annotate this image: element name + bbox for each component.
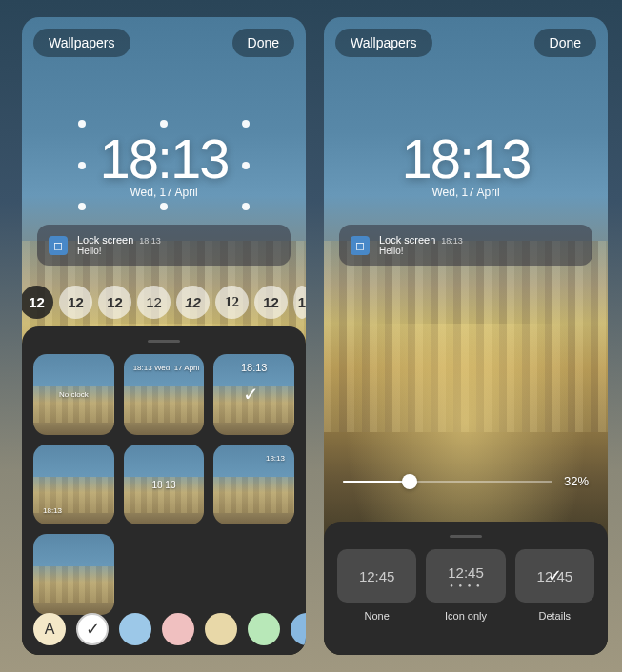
noti-style-none[interactable]: 12:45 None (337, 549, 416, 622)
notification-app-icon: ◻ (49, 236, 68, 255)
noti-style-label: Icon only (445, 610, 487, 622)
color-option-white[interactable]: ✓ (76, 613, 109, 645)
layout-label: 18:13 (266, 454, 285, 463)
font-option[interactable]: 12 (22, 286, 53, 319)
font-option[interactable]: 12 (176, 286, 210, 319)
noti-preview: 12:45 ● ● ● ● (426, 549, 505, 603)
panel-drag-handle[interactable] (148, 340, 180, 343)
handle-right-center[interactable] (242, 162, 250, 169)
notification-text: Hello! (77, 246, 279, 256)
layout-option[interactable]: 18:13 (213, 445, 294, 525)
noti-style-icon-only[interactable]: 12:45 ● ● ● ● Icon only (426, 549, 505, 622)
layout-label: 18:13 (43, 506, 62, 515)
slider-fill (343, 481, 410, 483)
notification-style-panel: 12:45 None 12:45 ● ● ● ● Icon only 12:45… (324, 522, 608, 655)
clock-date: Wed, 17 April (324, 186, 608, 199)
notification-time: 18:13 (441, 236, 463, 246)
notification-body: Lock screen18:13 Hello! (379, 234, 581, 256)
handle-left-center[interactable] (78, 162, 86, 169)
lockscreen-clock: 18:13 Wed, 17 April (324, 127, 608, 199)
layout-option[interactable]: 18:13 (33, 445, 114, 525)
layout-option[interactable]: 18:13 Wed, 17 April (124, 354, 205, 435)
noti-preview: 12:45 (337, 549, 416, 603)
noti-preview-time: 12:45 (448, 564, 484, 581)
wallpapers-button[interactable]: Wallpapers (33, 29, 130, 57)
check-icon: ✓ (548, 565, 562, 586)
color-option-blue2[interactable] (291, 613, 306, 645)
done-button[interactable]: Done (534, 29, 596, 57)
clock-font-strip[interactable]: 12 12 12 12 12 12 12 1 (22, 286, 306, 319)
clock-layout-grid: No clock 18:13 Wed, 17 April 18:13✓ 18:1… (33, 354, 294, 615)
handle-top-left[interactable] (78, 120, 86, 128)
layout-label: 18:13 (241, 362, 268, 373)
notification-app-icon: ◻ (351, 236, 370, 255)
layout-option[interactable]: 18:13✓ (213, 354, 294, 435)
handle-bottom-right[interactable] (242, 203, 250, 210)
notification-card[interactable]: ◻ Lock screen18:13 Hello! (339, 225, 592, 266)
handle-top-center[interactable] (160, 120, 168, 128)
noti-style-label: None (365, 610, 390, 622)
font-option[interactable]: 12 (98, 286, 131, 319)
noti-preview: 12:45 ✓ (515, 549, 594, 603)
layout-option[interactable]: No clock (33, 354, 114, 435)
notification-app-name: Lock screen (77, 234, 133, 246)
font-option[interactable]: 12 (215, 286, 249, 319)
layout-option[interactable] (33, 534, 114, 615)
phone-left-preview: Wallpapers Done 18:13 Wed, 17 April ◻ Lo… (22, 17, 306, 655)
panel-drag-handle[interactable] (450, 535, 482, 538)
clock-resize-handles[interactable] (78, 120, 250, 210)
slider-value: 32% (564, 474, 589, 488)
font-option[interactable]: 1 (293, 286, 306, 319)
topbar: Wallpapers Done (335, 29, 596, 57)
color-option-blue[interactable] (119, 613, 151, 645)
notification-text: Hello! (379, 246, 581, 256)
notification-body: Lock screen18:13 Hello! (77, 234, 279, 256)
font-option[interactable]: 12 (59, 286, 92, 319)
color-option-green[interactable] (248, 613, 280, 645)
clock-time: 18:13 (324, 127, 608, 190)
handle-top-right[interactable] (242, 120, 250, 128)
layout-label: No clock (59, 390, 89, 399)
notification-app-name: Lock screen (379, 234, 435, 246)
color-option-pink[interactable] (162, 613, 194, 645)
layout-option[interactable]: 18 13 (124, 445, 205, 525)
noti-preview-time: 12:45 (359, 568, 395, 584)
noti-style-details[interactable]: 12:45 ✓ Details (515, 549, 594, 622)
font-option[interactable]: 12 (254, 286, 288, 319)
notification-card[interactable]: ◻ Lock screen18:13 Hello! (37, 225, 291, 266)
topbar: Wallpapers Done (33, 29, 294, 57)
opacity-slider[interactable]: 32% (343, 474, 589, 488)
notification-time: 18:13 (139, 236, 161, 246)
noti-preview-icons: ● ● ● ● (450, 583, 482, 588)
phone-right-preview: Wallpapers Done 18:13 Wed, 17 April ◻ Lo… (324, 17, 608, 655)
color-option-tan[interactable] (205, 613, 237, 645)
font-option[interactable]: 12 (137, 286, 171, 319)
notification-style-row: 12:45 None 12:45 ● ● ● ● Icon only 12:45… (337, 549, 594, 622)
check-icon: ✓ (243, 383, 266, 405)
handle-bottom-center[interactable] (160, 203, 168, 210)
handle-bottom-left[interactable] (78, 203, 86, 210)
layout-label: 18 13 (151, 480, 175, 490)
wallpapers-button[interactable]: Wallpapers (335, 29, 432, 57)
slider-thumb[interactable] (402, 474, 417, 489)
done-button[interactable]: Done (232, 29, 294, 57)
clock-style-panel: No clock 18:13 Wed, 17 April 18:13✓ 18:1… (22, 326, 306, 655)
layout-label: 18:13 Wed, 17 April (133, 364, 200, 372)
noti-style-label: Details (539, 610, 572, 622)
color-row: A ✓ (33, 613, 306, 645)
color-option-custom[interactable]: A (33, 613, 66, 645)
slider-track[interactable] (343, 481, 552, 483)
